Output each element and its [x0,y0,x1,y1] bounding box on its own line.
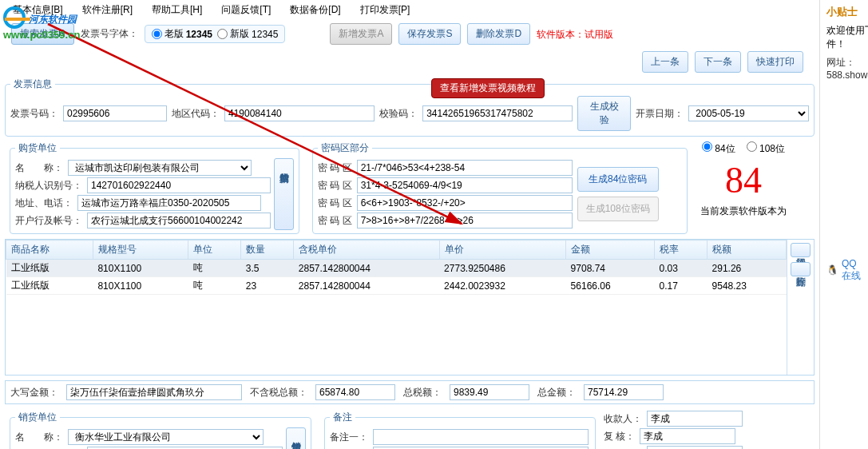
payee-label: 收款人： [604,412,642,426]
cipher-line3[interactable] [357,195,573,211]
search-invoice-button[interactable]: 搜索发票R [11,23,74,45]
sum-input[interactable] [584,384,664,400]
qq-contact[interactable]: 🐧 QQ在线 QQ号联系 [826,256,868,284]
invoice-date-label: 开票日期： [636,107,684,121]
menu-feedback[interactable]: 问题反馈[T] [221,3,271,17]
bits-84-radio[interactable]: 84位 [702,141,735,156]
col-rate[interactable]: 税率 [654,240,707,260]
cipher-label-3: 密 码 区 [318,197,352,210]
area-code-input[interactable] [224,105,375,121]
check-code-label: 校验码： [379,107,418,121]
check-code-input[interactable] [422,105,573,121]
items-table[interactable]: 商品名称 规格型号 单位 数量 含税单价 单价 金额 税率 税额 工业纸版810… [6,240,787,295]
seller-name-select[interactable]: 衡水华业工业有限公司 [68,429,264,445]
add-row-button[interactable]: 添加行 [791,243,811,257]
bits-108-radio[interactable]: 108位 [747,141,785,156]
col-tax[interactable]: 税额 [707,240,787,260]
invoice-info-group: 发票信息 发票号码： 地区代码： 校验码： 生成校验 开票日期： 2005-05… [5,77,814,137]
delete-invoice-button[interactable]: 删除发票D [467,23,530,45]
bits-note: 当前发票软件版本为 [700,205,787,218]
amount-cn-label: 大写金额： [10,386,58,399]
menubar: 基本信息[B] 软件注册[R] 帮助工具[H] 问题反馈[T] 数据备份[D] … [0,0,819,20]
area-code-label: 地区代码： [172,107,220,121]
sum-label: 总金额： [537,386,576,399]
website-text: 网址：588.show588.com [826,56,868,81]
add-buyer-button[interactable]: 新增购货单位 [274,158,294,230]
video-tutorial-button[interactable]: 查看新增发票视频教程 [431,78,545,98]
next-button[interactable]: 下一条 [695,51,741,73]
cipher-legend: 密码区部分 [318,141,372,155]
font-new-radio[interactable]: 新版 12345 [217,27,278,41]
seller-legend: 销货单位 [15,411,60,424]
qq-icon: 🐧 [826,264,838,276]
buyer-tax-input[interactable] [87,177,271,193]
net-label: 不含税总额： [250,386,307,399]
col-price2[interactable]: 单价 [439,240,566,260]
add-invoice-button[interactable]: 新增发票A [330,23,392,45]
invoice-date-select[interactable]: 2005-05-19 [688,105,809,121]
buyer-legend: 购货单位 [15,141,60,155]
cipher-group: 密码区部分 密 码 区 密 码 区 密 码 区 密 码 区 生成84位密码 生成… [312,141,688,234]
cipher-label-4: 密 码 区 [318,214,352,228]
buyer-name-select[interactable]: 运城市凯达印刷包装有限公司 [68,160,252,176]
menu-backup[interactable]: 数据备份[D] [290,3,340,17]
sidebar: 小贴士 欢迎使用飞翔软件！ 网址：588.show588.com 🐧 QQ在线 … [820,0,868,449]
cipher-line2[interactable] [357,177,573,193]
welcome-text: 欢迎使用飞翔软件！ [826,24,868,51]
invoice-num-label: 发票号码： [10,107,58,121]
buyer-name-label: 名 称： [15,161,63,175]
prev-button[interactable]: 上一条 [642,51,688,73]
col-qty[interactable]: 数量 [241,240,294,260]
font-old-radio[interactable]: 老版 12345 [152,27,212,41]
gen-check-button[interactable]: 生成校验 [577,96,631,131]
reviewer-input[interactable] [640,428,735,444]
col-price[interactable]: 含税单价 [294,240,439,260]
buyer-bank-label: 开户行及帐号： [15,214,82,228]
add-seller-button[interactable]: 新增销货单位 [286,427,306,449]
drawer-input[interactable] [647,446,743,449]
menu-print[interactable]: 打印发票[P] [360,3,410,17]
table-row[interactable]: 工业纸版810X1100吨232857.1428000442442.002393… [6,277,787,295]
invoice-num-input[interactable] [63,105,167,121]
save-invoice-button[interactable]: 保存发票S [398,23,461,45]
font-label: 发票号字体： [81,27,138,41]
buyer-tax-label: 纳税人识别号： [15,179,82,193]
bits-group: 84位 108位 84 当前发票软件版本为 [696,140,791,236]
tips-title: 小贴士 [826,5,868,19]
bits-display: 84 [725,159,762,201]
gen-108-button[interactable]: 生成108位密码 [577,197,659,221]
payee-input[interactable] [647,411,743,427]
tax-total-label: 总税额： [403,386,442,399]
remarks-group: 备注 备注一： 备注二： 备注三： 备注四： [324,411,596,449]
cipher-label-1: 密 码 区 [318,161,352,175]
seller-name-label: 名 称： [15,431,63,444]
col-unit[interactable]: 单位 [188,240,241,260]
net-input[interactable] [315,384,395,400]
cipher-line4[interactable] [357,213,573,228]
del-row-button[interactable]: 删除行 [791,262,811,276]
remark1-input[interactable] [373,429,589,445]
col-spec[interactable]: 规格型号 [93,240,188,260]
buyer-addr-label: 地址、电话： [15,197,73,210]
gen-84-button[interactable]: 生成84位密码 [577,167,659,192]
buyer-group: 购货单位 名 称：运城市凯达印刷包装有限公司 纳税人识别号： 地址、电话： 开户… [10,141,299,234]
buyer-bank-input[interactable] [87,213,271,228]
col-amt[interactable]: 金额 [566,240,655,260]
tax-total-input[interactable] [450,384,529,400]
cipher-label-2: 密 码 区 [318,179,352,193]
version-label: 软件版本：试用版 [537,27,613,42]
cipher-line1[interactable] [357,160,573,176]
invoice-info-legend: 发票信息 [10,77,55,91]
quick-print-button[interactable]: 快速打印 [747,51,803,73]
people-group: 收款人： 复 核： 开票人： 打印背景 打印背景 不打印背景 [604,409,763,449]
totals-bar: 大写金额： 不含税总额： 总税额： 总金额： [5,380,814,404]
menu-basic[interactable]: 基本信息[B] [13,3,63,17]
menu-register[interactable]: 软件注册[R] [82,3,133,17]
reviewer-label: 复 核： [604,430,635,443]
buyer-addr-input[interactable] [77,195,261,211]
items-table-wrap: 商品名称 规格型号 单位 数量 含税单价 单价 金额 税率 税额 工业纸版810… [5,239,814,375]
table-row[interactable]: 工业纸版810X1100吨3.52857.1428000442773.92504… [6,260,787,277]
col-name[interactable]: 商品名称 [6,240,93,260]
menu-help[interactable]: 帮助工具[H] [152,3,202,17]
amount-cn-input[interactable] [66,384,242,400]
